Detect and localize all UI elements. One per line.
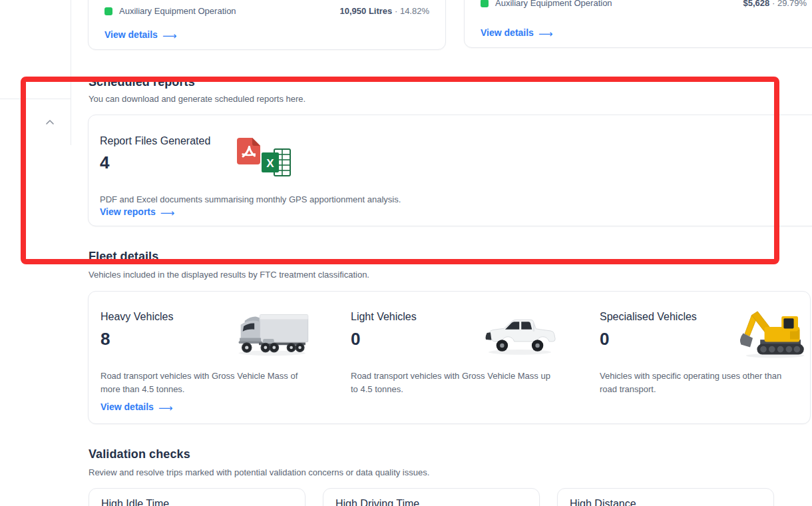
view-details-link[interactable]: View details⟶ <box>104 29 176 40</box>
legend-dot-icon <box>481 0 489 7</box>
metric-value-line: $5,628 · 29.79% <box>743 0 807 8</box>
excel-file-icon: X <box>262 148 291 179</box>
high-distance-title: High Distance <box>570 498 636 506</box>
metric-label: Auxiliary Equipment Operation <box>119 6 236 16</box>
heavy-vehicles-title: Heavy Vehicles <box>101 311 173 323</box>
report-file-icons: X <box>235 136 295 179</box>
light-vehicles-count: 0 <box>351 330 360 348</box>
fleet-details-heading: Fleet details <box>89 250 158 264</box>
report-card-title: Report Files Generated <box>100 135 210 147</box>
chevron-up-icon <box>45 119 55 125</box>
specialised-vehicles-count: 0 <box>600 330 609 348</box>
view-details-link[interactable]: View details⟶ <box>101 401 172 412</box>
view-details-link[interactable]: View details⟶ <box>481 27 552 38</box>
report-card-description: PDF and Excel documents summarising mont… <box>100 193 566 206</box>
metric-label: Auxiliary Equipment Operation <box>495 0 612 8</box>
report-files-card: Report Files Generated 4 X <box>88 115 812 226</box>
scheduled-reports-heading: Scheduled reports <box>89 75 195 89</box>
fleet-details-card: Heavy Vehicles 8 Road transport vehicles… <box>88 291 811 424</box>
specialised-vehicles-description: Vehicles with specific operating uses ot… <box>600 370 799 396</box>
high-distance-card: High Distance <box>557 488 774 506</box>
sidebar-row-divider <box>0 99 71 99</box>
svg-text:X: X <box>266 157 274 170</box>
fleet-details-subtitle: Vehicles included in the displayed resul… <box>89 270 369 280</box>
pdf-file-icon <box>236 138 260 167</box>
view-reports-link[interactable]: View reports⟶ <box>100 206 174 217</box>
right-arrow-icon: ⟶ <box>538 29 553 39</box>
report-count: 4 <box>100 154 109 171</box>
summary-card-fuel: Auxiliary Equipment Operation 10,950 Lit… <box>88 0 446 50</box>
heavy-truck-image <box>234 307 309 362</box>
scheduled-reports-subtitle: You can download and generate scheduled … <box>89 94 305 104</box>
summary-card-cost: Auxiliary Equipment Operation $5,628 · 2… <box>464 0 812 48</box>
validation-checks-subtitle: Review and resolve trips marked with pot… <box>89 467 429 477</box>
heavy-vehicles-description: Road transport vehicles with Gross Vehic… <box>101 370 300 396</box>
high-driving-time-title: High Driving Time <box>335 498 419 506</box>
right-arrow-icon: ⟶ <box>162 31 177 41</box>
light-pickup-image <box>482 307 558 362</box>
metric-value-line: 10,950 Litres · 14.82% <box>340 6 429 16</box>
light-vehicles-title: Light Vehicles <box>351 311 417 323</box>
right-arrow-icon: ⟶ <box>160 208 175 218</box>
specialised-vehicles-title: Specialised Vehicles <box>600 311 697 323</box>
heavy-vehicles-count: 8 <box>101 330 110 348</box>
excavator-image <box>737 305 806 362</box>
legend-dot-icon <box>104 7 112 15</box>
validation-checks-heading: Validation checks <box>89 447 190 461</box>
high-idle-time-title: High Idle Time <box>101 498 169 506</box>
collapse-panel-button[interactable] <box>44 116 56 128</box>
light-vehicles-description: Road transport vehicles with Gross Vehic… <box>351 370 558 396</box>
right-arrow-icon: ⟶ <box>158 403 173 413</box>
sidebar-divider <box>71 0 71 145</box>
high-idle-time-card: High Idle Time <box>89 488 305 506</box>
high-driving-time-card: High Driving Time <box>323 488 540 506</box>
